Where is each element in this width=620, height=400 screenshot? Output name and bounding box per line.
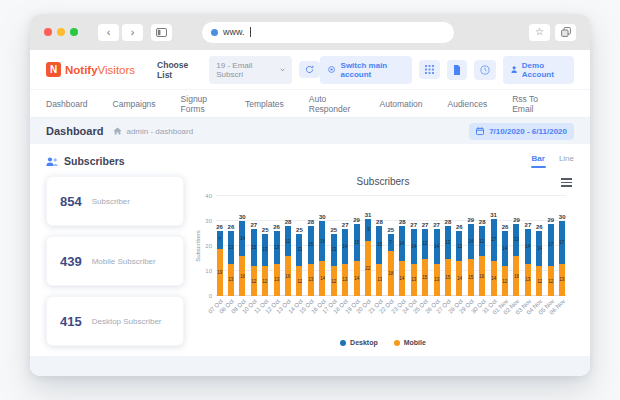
bar-segment-value: 15 <box>251 245 256 250</box>
bar-column: 3192220 Oct <box>364 212 371 297</box>
chart-title: Subscribers <box>192 176 574 187</box>
bar-total-label: 25 <box>262 227 269 233</box>
date-range-picker[interactable]: 7/10/2020 - 6/11/2020 <box>469 123 574 140</box>
forward-icon: › <box>131 27 135 38</box>
bar-segment-desktop: 9 <box>365 219 371 242</box>
forward-button[interactable]: › <box>122 24 143 41</box>
bar-total-label: 30 <box>559 214 566 220</box>
stat-value: 854 <box>60 194 82 209</box>
bar-column: 29131602 Nov <box>513 217 520 297</box>
bar-column: 25131214 Oct <box>296 227 303 297</box>
bar-column: 26131312 Oct <box>273 224 280 296</box>
chart-plot: Subscribers 010203040 2671907 Oct2613130… <box>216 196 566 296</box>
grid-icon <box>425 65 434 74</box>
bar-segment-value: 15 <box>468 275 473 280</box>
bar-segment-mobile: 13 <box>559 264 565 297</box>
bar-total-label: 29 <box>353 217 360 223</box>
account-button[interactable]: Demo Account <box>503 56 574 84</box>
legend-desktop-label: Desktop <box>350 339 378 346</box>
bar-column: 28151315 Oct <box>307 219 314 296</box>
bar-segment-value: 12 <box>286 239 291 244</box>
bar-segment-mobile: 15 <box>468 259 474 297</box>
bar-column: 27121525 Oct <box>422 222 429 297</box>
refresh-list-button[interactable] <box>299 61 320 78</box>
bar-segment-value: 17 <box>560 240 565 245</box>
bar-column: 30171306 Nov <box>559 214 566 296</box>
url-bar[interactable]: www. <box>202 22 454 43</box>
star-icon: ☆ <box>535 27 544 37</box>
bar-segment-desktop: 14 <box>502 231 508 266</box>
sidebar-button[interactable] <box>151 24 172 41</box>
legend-desktop-dot-icon <box>340 340 346 346</box>
switch-main-account-button[interactable]: Switch main account <box>320 56 411 84</box>
bar-segment-value: 12 <box>457 244 462 249</box>
bar-segment-value: 12 <box>251 279 256 284</box>
bar-segment-mobile: 19 <box>217 249 223 297</box>
legend-item-desktop[interactable]: Desktop <box>340 339 378 346</box>
bar-segment-mobile: 14 <box>456 261 462 296</box>
bar-segment-value: 7 <box>390 240 393 245</box>
bar-segment-desktop: 12 <box>456 231 462 261</box>
bar-total-label: 26 <box>273 224 280 230</box>
bar-segment-value: 15 <box>308 243 313 248</box>
legend-item-mobile[interactable]: Mobile <box>394 339 426 346</box>
bar-segment-mobile: 12 <box>296 266 302 296</box>
bar-total-label: 29 <box>467 217 474 223</box>
bar-column: 25131217 Oct <box>330 227 337 297</box>
nav-item-auto-responder[interactable]: Auto Responder <box>309 94 355 114</box>
bar-segment-mobile: 18 <box>388 251 394 296</box>
tab-bar-view[interactable]: Bar <box>532 154 545 168</box>
bar-segment-value: 14 <box>457 276 462 281</box>
target-icon <box>328 65 335 74</box>
document-icon <box>453 65 461 75</box>
maximize-traffic-light-icon[interactable] <box>70 28 78 36</box>
traffic-lights <box>44 28 78 36</box>
bar-segment-desktop: 13 <box>331 234 337 267</box>
bar-segment-desktop: 12 <box>422 229 428 259</box>
subscribers-icon <box>46 157 58 166</box>
bar-segment-mobile: 13 <box>434 264 440 297</box>
bar-total-label: 30 <box>239 214 246 220</box>
bar-total-label: 27 <box>525 222 532 228</box>
chart-menu-button[interactable] <box>561 178 572 187</box>
back-icon: ‹ <box>107 27 111 38</box>
bar-segment-value: 12 <box>503 279 508 284</box>
breadcrumb-path: admin - dashboard <box>126 127 193 136</box>
page-footer <box>30 356 590 376</box>
nav-item-rss-to-email[interactable]: Rss To Email <box>512 94 549 114</box>
nav-item-campaigns[interactable]: Campaigns <box>113 99 156 109</box>
logo[interactable]: N NotifyVisitors <box>46 62 135 77</box>
nav-item-templates[interactable]: Templates <box>245 99 284 109</box>
bar-segment-value: 12 <box>297 279 302 284</box>
bar-segment-value: 13 <box>228 278 233 283</box>
home-icon <box>113 127 122 135</box>
bar-segment-value: 16 <box>320 239 325 244</box>
close-traffic-light-icon[interactable] <box>44 28 52 36</box>
apps-button[interactable] <box>419 60 440 79</box>
back-button[interactable]: ‹ <box>98 24 119 41</box>
list-dropdown[interactable]: 19 - Email Subscri <box>209 56 292 84</box>
nav-item-signup-forms[interactable]: Signup Forms <box>181 94 220 114</box>
nav-item-automation[interactable]: Automation <box>379 99 422 109</box>
site-icon <box>211 29 218 36</box>
bar-segment-value: 13 <box>514 238 519 243</box>
bar-segment-value: 14 <box>468 239 473 244</box>
nav-item-dashboard[interactable]: Dashboard <box>46 99 88 109</box>
tabs-overview-button[interactable] <box>555 24 576 41</box>
bar-segment-mobile: 12 <box>331 266 337 296</box>
history-button[interactable] <box>474 60 496 80</box>
minimize-traffic-light-icon[interactable] <box>57 28 65 36</box>
tab-line-view[interactable]: Line <box>559 154 574 163</box>
browser-toolbar: ‹ › www. ☆ <box>30 14 590 50</box>
reports-button[interactable] <box>447 60 467 80</box>
y-axis-tick: 10 <box>205 268 212 274</box>
bar-total-label: 26 <box>536 224 543 230</box>
bar-column: 29151419 Oct <box>353 217 360 297</box>
bar-segment-desktop: 17 <box>559 221 565 264</box>
chevron-down-icon <box>280 68 285 72</box>
bookmark-button[interactable]: ☆ <box>529 24 550 41</box>
subscribers-chart: Subscribers Subscribers 010203040 267190… <box>192 176 574 348</box>
bar-segment-mobile: 12 <box>548 266 554 296</box>
nav-item-audiences[interactable]: Audiences <box>447 99 487 109</box>
bar-segment-value: 14 <box>354 276 359 281</box>
